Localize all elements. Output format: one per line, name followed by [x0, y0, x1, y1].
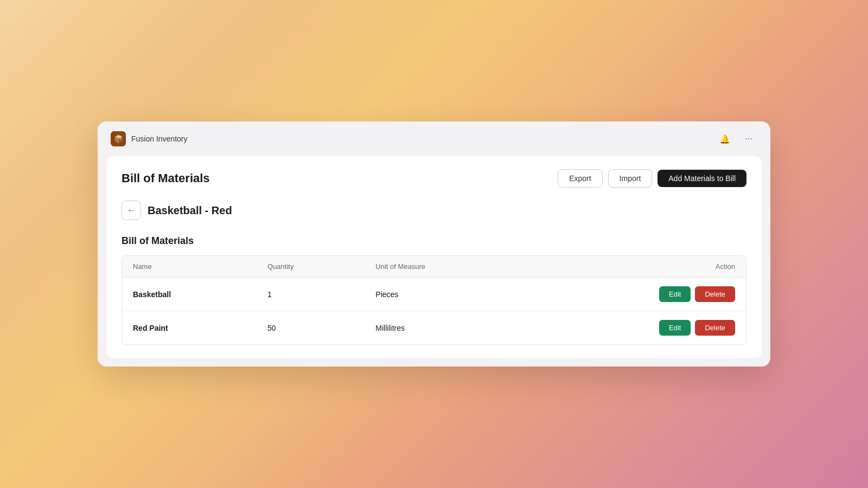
table-header-row: Name Quantity Unit of Measure Action — [122, 256, 746, 278]
main-content: Bill of Materials Export Import Add Mate… — [106, 156, 762, 358]
app-name: Fusion Inventory — [131, 134, 188, 143]
materials-table-container: Name Quantity Unit of Measure Action Bas… — [122, 255, 746, 345]
more-icon: ··· — [745, 134, 752, 144]
header-actions: Export Import Add Materials to Bill — [558, 169, 746, 188]
app-window: 📦 Fusion Inventory 🔔 ··· Bill of Materia… — [98, 121, 770, 367]
materials-table: Name Quantity Unit of Measure Action Bas… — [122, 256, 746, 344]
page-title: Bill of Materials — [122, 171, 210, 185]
table-row: Basketball 1 Pieces Edit Delete — [122, 278, 746, 311]
cell-quantity-1: 50 — [257, 311, 365, 345]
cell-quantity-0: 1 — [257, 278, 365, 311]
back-button[interactable]: ← — [122, 201, 141, 220]
back-arrow-icon: ← — [127, 206, 136, 215]
app-icon: 📦 — [111, 131, 126, 146]
cell-unit-0: Pieces — [365, 278, 526, 311]
edit-button-1[interactable]: Edit — [659, 320, 691, 336]
cell-action-1: Edit Delete — [526, 311, 746, 345]
cell-name-0: Basketball — [122, 278, 257, 311]
add-materials-button[interactable]: Add Materials to Bill — [658, 170, 746, 187]
more-button[interactable]: ··· — [740, 130, 757, 147]
col-unit: Unit of Measure — [365, 256, 526, 278]
page-header: Bill of Materials Export Import Add Mate… — [122, 169, 746, 188]
edit-button-0[interactable]: Edit — [659, 286, 691, 302]
product-name: Basketball - Red — [148, 204, 232, 217]
app-icon-symbol: 📦 — [114, 134, 123, 143]
notification-button[interactable]: 🔔 — [716, 130, 733, 147]
cell-name-1: Red Paint — [122, 311, 257, 345]
section-title: Bill of Materials — [122, 235, 746, 247]
cell-action-0: Edit Delete — [526, 278, 746, 311]
table-row: Red Paint 50 Millilitres Edit Delete — [122, 311, 746, 345]
titlebar-left: 📦 Fusion Inventory — [111, 131, 188, 146]
import-button[interactable]: Import — [608, 169, 653, 188]
titlebar: 📦 Fusion Inventory 🔔 ··· — [98, 121, 770, 156]
export-button[interactable]: Export — [558, 169, 602, 188]
delete-button-0[interactable]: Delete — [695, 286, 735, 302]
col-quantity: Quantity — [257, 256, 365, 278]
notification-icon: 🔔 — [719, 134, 730, 144]
delete-button-1[interactable]: Delete — [695, 320, 735, 336]
col-action: Action — [526, 256, 746, 278]
titlebar-right: 🔔 ··· — [716, 130, 757, 147]
back-section: ← Basketball - Red — [122, 201, 746, 220]
cell-unit-1: Millilitres — [365, 311, 526, 345]
col-name: Name — [122, 256, 257, 278]
